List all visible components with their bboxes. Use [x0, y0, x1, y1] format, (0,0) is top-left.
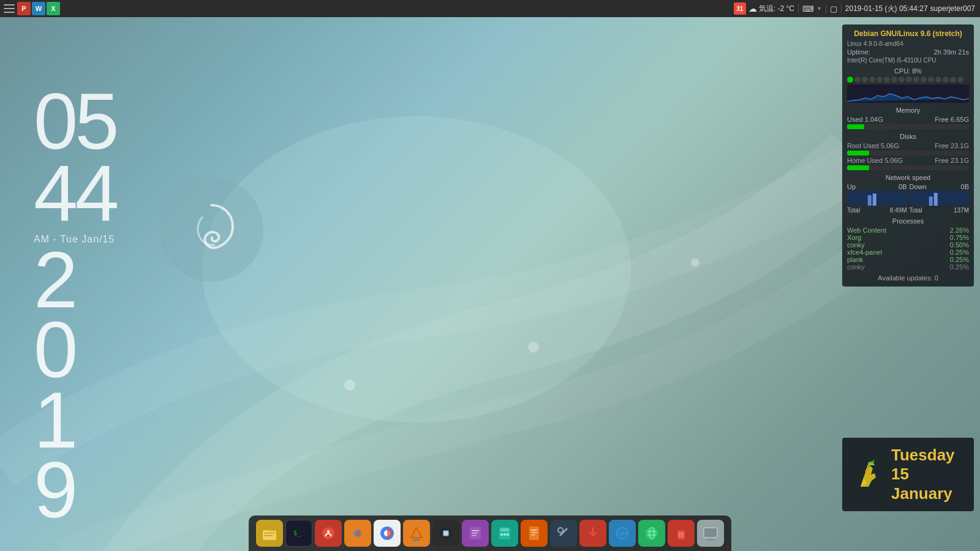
- network-dock-icon[interactable]: [609, 520, 636, 547]
- svg-rect-49: [679, 527, 683, 529]
- cpu-dot-9: [906, 77, 912, 83]
- temperature-display: 気温: -2 °C: [759, 4, 794, 14]
- uptime-row: Uptime: 2h 39m 21s: [847, 48, 969, 56]
- svg-rect-1: [4, 4, 15, 6]
- proc-name-4: plank: [847, 256, 863, 263]
- calendar-month-day: 15 January: [891, 465, 965, 503]
- chromium-dock-icon[interactable]: [374, 520, 401, 547]
- net-up-graph: [847, 190, 907, 206]
- powerpoint-taskbar-icon[interactable]: P: [17, 2, 31, 15]
- svg-rect-40: [531, 534, 535, 536]
- apps-menu-button[interactable]: [2, 2, 16, 15]
- proc-name-0: Web Content: [847, 227, 886, 234]
- terminal-dock-icon[interactable]: $_: [285, 520, 312, 547]
- uptime-label: Uptime:: [847, 48, 870, 56]
- taskbar-right: 31 ☁ 気温: -2 °C ⌨ ▼ ▢ 2019-01-15 (火) 05:4…: [729, 2, 980, 15]
- cpu-dot-10: [913, 77, 919, 83]
- svg-rect-42: [587, 537, 598, 539]
- down-value: 0B: [961, 183, 969, 190]
- username-display: superjeter007: [930, 4, 975, 13]
- svg-rect-36: [507, 533, 509, 536]
- bottom-dock: $_: [249, 515, 731, 551]
- process-row-5: conky 0.25%: [847, 263, 969, 271]
- window-manager-icon[interactable]: ▢: [830, 4, 837, 13]
- calendar-date-info: Tuesday 15 January: [891, 446, 965, 503]
- cpu-dot-14: [943, 77, 949, 83]
- desktop-background: [0, 0, 980, 551]
- text-editor-dock-icon[interactable]: [462, 520, 489, 547]
- available-updates: Available updates: 0: [847, 274, 969, 282]
- taskbar-calendar-icon[interactable]: 31: [734, 2, 746, 15]
- cpu-dot-6: [884, 77, 890, 83]
- browser2-dock-icon[interactable]: [638, 520, 665, 547]
- svg-point-0: [202, 116, 631, 422]
- download-dock-icon[interactable]: [579, 520, 606, 547]
- total-down-value: 137M: [954, 207, 969, 214]
- proc-pct-4: 0.25%: [950, 256, 969, 263]
- trash-dock-icon[interactable]: [668, 520, 695, 547]
- show-desktop-dock-icon[interactable]: [697, 520, 724, 547]
- keyboard-dropdown[interactable]: ▼: [816, 6, 822, 12]
- process-row-0: Web Content 2.26%: [847, 227, 969, 234]
- up-label: Up: [847, 183, 856, 190]
- firefox-dock-icon[interactable]: [344, 520, 371, 547]
- cpu-dot-12: [928, 77, 934, 83]
- home-used: Home Used 5.06G: [847, 157, 903, 164]
- disk-home-row: Home Used 5.06G Free 23.1G: [847, 157, 969, 164]
- tools-dock-icon[interactable]: [550, 520, 577, 547]
- svg-rect-25: [413, 539, 420, 541]
- home-disk-fill: [847, 165, 869, 170]
- svg-rect-37: [529, 527, 539, 540]
- proc-name-1: Xorg: [847, 234, 861, 241]
- process-row-4: plank 0.25%: [847, 256, 969, 263]
- disks-section-title: Disks: [847, 133, 969, 140]
- svg-rect-3: [4, 12, 15, 13]
- gaming-dock-icon[interactable]: [432, 520, 459, 547]
- proc-pct-3: 0.25%: [950, 249, 969, 256]
- total-up-value: 8.49M: [890, 207, 907, 214]
- word-taskbar-icon[interactable]: W: [32, 2, 45, 15]
- memory-bar-fill: [847, 124, 864, 129]
- cpu-section-title: CPU: 8%: [847, 67, 969, 75]
- document-dock-icon[interactable]: [521, 520, 548, 547]
- svg-point-18: [327, 530, 330, 533]
- calendar-month-name: January: [891, 484, 952, 503]
- svg-rect-9: [933, 193, 937, 206]
- calculator-dock-icon[interactable]: [491, 520, 518, 547]
- archive-dock-icon[interactable]: [315, 520, 342, 547]
- network-up-col: Up 0B Total 8.49M: [847, 183, 907, 214]
- svg-rect-30: [472, 533, 478, 534]
- svg-point-11: [869, 466, 870, 467]
- mem-free: Free 6.65G: [935, 116, 969, 123]
- calendar-day-number: 15: [891, 465, 909, 483]
- file-manager-dock-icon[interactable]: [256, 520, 283, 547]
- taskbar: P W X 31 ☁ 気温: -2 °C ⌨ ▼ ▢ 2019-01-15 (火…: [0, 0, 980, 17]
- svg-rect-5: [868, 195, 872, 206]
- root-free: Free 23.1G: [935, 142, 969, 149]
- svg-point-27: [443, 531, 448, 536]
- process-row-3: xfce4-panel 0.25%: [847, 249, 969, 256]
- cpu-dot-active-1: [847, 77, 853, 83]
- cpu-graph: [847, 84, 969, 103]
- svg-rect-48: [676, 529, 686, 531]
- cpu-dot-2: [854, 77, 861, 83]
- memory-section-title: Memory: [847, 107, 969, 114]
- keyboard-indicator[interactable]: ⌨: [802, 4, 814, 13]
- svg-rect-6: [873, 193, 876, 206]
- svg-point-45: [646, 527, 658, 539]
- cpu-dots: [847, 77, 969, 83]
- proc-pct-0: 2.26%: [950, 227, 969, 234]
- calendar-parrot-icon: [851, 456, 882, 493]
- svg-rect-24: [414, 538, 419, 539]
- disk-root-row: Root Used 5.06G Free 23.1G: [847, 142, 969, 149]
- debian-swirl-logo: [159, 178, 263, 282]
- svg-rect-34: [500, 533, 503, 536]
- cpu-dot-7: [891, 77, 897, 83]
- calendar-widget: Tuesday 15 January: [842, 438, 974, 511]
- up-value: 0B: [899, 183, 907, 190]
- vlc-dock-icon[interactable]: [403, 520, 430, 547]
- svg-rect-35: [503, 533, 506, 536]
- excel-taskbar-icon[interactable]: X: [47, 2, 60, 15]
- sysinfo-panel: Debian GNU/Linux 9.6 (stretch) Linux 4.9…: [842, 24, 974, 287]
- network-down-col: Down 0B Total 137M: [910, 183, 970, 214]
